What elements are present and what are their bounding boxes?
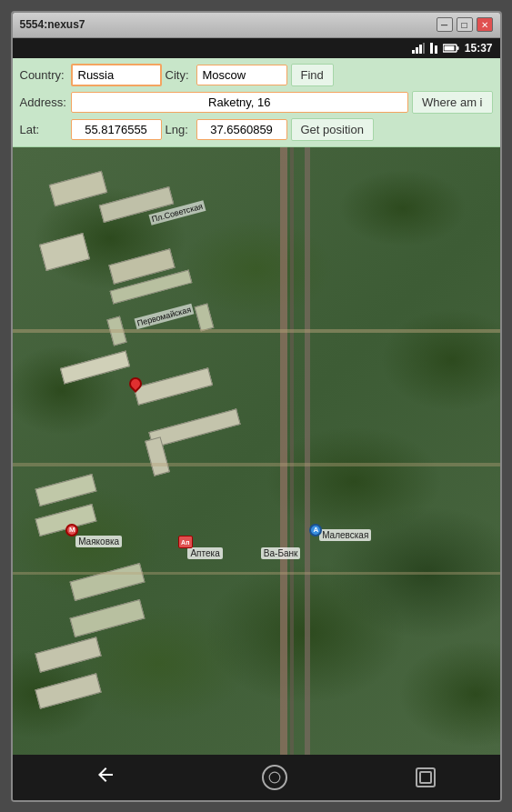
building-9 <box>133 368 212 406</box>
city-input[interactable] <box>196 65 287 85</box>
building-17 <box>35 674 102 709</box>
status-icons: 15:37 <box>412 42 493 55</box>
lng-label: Lng: <box>166 123 193 136</box>
svg-rect-4 <box>430 43 433 54</box>
where-am-i-button[interactable]: Where am i <box>412 91 492 114</box>
map-label-malevskaya: Малевская <box>319 529 371 541</box>
railway-2 <box>290 147 294 755</box>
wifi-icon <box>428 43 439 54</box>
map-view[interactable]: Маяковка Аптека Ва-Банк Малевская М Ап А… <box>13 147 500 755</box>
country-input[interactable] <box>71 64 162 86</box>
status-bar: 15:37 <box>13 38 500 58</box>
city-label: City: <box>166 68 193 82</box>
get-position-button[interactable]: Get position <box>291 118 374 141</box>
building-1 <box>49 171 107 207</box>
close-button[interactable]: ✕ <box>477 17 493 32</box>
find-button[interactable]: Find <box>291 64 334 86</box>
back-icon <box>95 764 116 786</box>
building-12 <box>35 474 97 506</box>
recents-icon <box>419 771 432 784</box>
building-3 <box>39 233 90 271</box>
home-icon <box>268 771 281 784</box>
row-country-city: Country: City: Find <box>20 64 493 86</box>
apteka-icon: Ап <box>178 536 193 548</box>
lng-input[interactable] <box>196 119 287 140</box>
lat-label: Lat: <box>20 123 67 136</box>
lat-input[interactable] <box>71 119 162 140</box>
road-1 <box>305 147 310 755</box>
country-label: Country: <box>20 68 67 82</box>
building-14 <box>69 563 145 601</box>
row-latlong: Lat: Lng: Get position <box>20 118 493 141</box>
back-button[interactable] <box>76 757 135 798</box>
maximize-button[interactable]: □ <box>457 17 473 32</box>
row-address: Address: Where am i <box>20 91 493 114</box>
buildings-layer: Маяковка Аптека Ва-Банк Малевская М Ап А… <box>13 147 500 755</box>
app-window: 5554:nexus7 ─ □ ✕ <box>11 11 502 802</box>
time-display: 15:37 <box>465 42 493 55</box>
map-label-vabank: Ва-Банк <box>261 547 301 559</box>
window-title: 5554:nexus7 <box>20 18 85 31</box>
address-label: Address: <box>20 95 67 109</box>
app-content: Country: City: Find Address: Where am i … <box>13 58 500 755</box>
home-button[interactable] <box>262 765 287 790</box>
map-marker <box>129 377 142 390</box>
svg-rect-1 <box>416 47 418 54</box>
nav-bar <box>13 755 500 800</box>
street-h1 <box>13 329 500 333</box>
svg-point-9 <box>270 772 281 783</box>
bus-stop-mayakovka: М <box>65 524 78 536</box>
building-8 <box>60 351 130 385</box>
building-15 <box>69 599 145 637</box>
building-16 <box>35 637 102 673</box>
svg-rect-2 <box>419 45 422 54</box>
signal-icon <box>412 43 425 54</box>
svg-rect-5 <box>435 45 437 54</box>
map-label-mayakovka: Маяковка <box>75 536 122 547</box>
svg-rect-8 <box>444 45 454 50</box>
street-h2 <box>13 463 500 466</box>
svg-rect-7 <box>457 46 458 50</box>
recents-button[interactable] <box>416 767 436 787</box>
railway-1 <box>280 147 287 755</box>
map-label-apteka: Аптека <box>187 547 222 559</box>
street-h3 <box>13 572 500 575</box>
street-label-1: Первомайская <box>134 304 194 329</box>
building-7 <box>195 304 215 332</box>
map-background: Маяковка Аптека Ва-Банк Малевская М Ап А… <box>13 147 500 755</box>
device-frame: 15:37 Country: City: Find Address: <box>13 38 500 800</box>
svg-rect-3 <box>423 43 425 54</box>
svg-rect-0 <box>412 50 415 54</box>
controls-panel: Country: City: Find Address: Where am i … <box>13 58 500 147</box>
battery-icon <box>443 44 459 53</box>
address-input[interactable] <box>71 92 409 113</box>
title-bar: 5554:nexus7 ─ □ ✕ <box>13 13 500 38</box>
minimize-button[interactable]: ─ <box>437 17 453 32</box>
window-controls: ─ □ ✕ <box>437 17 493 32</box>
